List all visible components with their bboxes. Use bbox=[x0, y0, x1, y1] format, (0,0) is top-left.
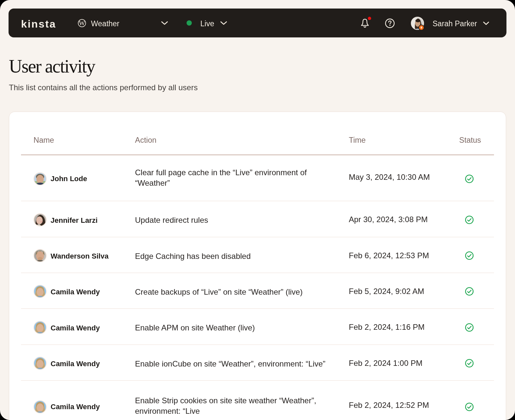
svg-text:W: W bbox=[79, 20, 85, 27]
